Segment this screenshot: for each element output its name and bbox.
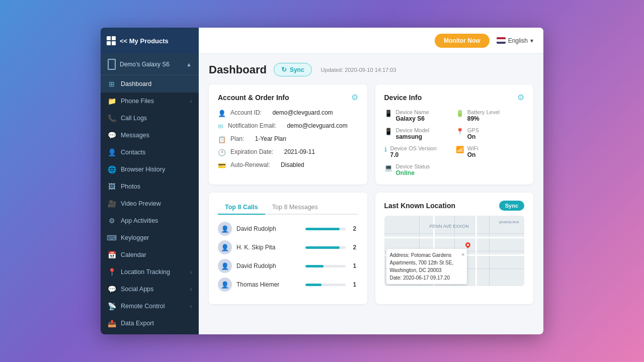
- map-road-v2: [475, 216, 477, 286]
- bar-wrap-1: [305, 246, 346, 249]
- contact-name-0: David Rudolph: [236, 225, 301, 232]
- os-content: Device OS Version 7.0: [390, 145, 437, 158]
- device-row-left: Demo's Galaxy S6: [108, 59, 170, 70]
- nav-icon-photos: 🖼: [108, 183, 116, 191]
- battery-value: 89%: [467, 115, 500, 122]
- sidebar-item-remote-control[interactable]: 📡 Remote Control ›: [101, 298, 199, 315]
- updated-text: Updated: 2020-09-10 14:17:03: [321, 67, 396, 73]
- contact-row-1: 👤 H. K. Skip Pita 2: [218, 240, 358, 254]
- nav-icon-contacts: 👤: [108, 148, 116, 156]
- map-label-ave: ylvania Ave: [499, 220, 519, 224]
- sidebar-item-messages[interactable]: 💬 Messages: [101, 127, 199, 144]
- tooltip-address-label: Address:: [390, 252, 410, 258]
- expiry-row: 🕐 Expiration Date: 2021-09-11: [218, 148, 358, 156]
- nav-label-dashboard: Dashboard: [121, 80, 192, 87]
- account-card-title: Account & Order Info: [218, 94, 289, 102]
- contact-name-2: David Rudolph: [236, 262, 301, 269]
- account-gear-icon[interactable]: ⚙: [351, 93, 358, 102]
- map-close-icon[interactable]: ×: [461, 250, 464, 259]
- sidebar-item-data-export[interactable]: 📤 Data Export: [101, 315, 199, 332]
- bar-fill-1: [305, 246, 340, 249]
- phone-device-icon: 📱: [384, 110, 392, 117]
- nav-icon-data-export: 📤: [108, 319, 116, 327]
- location-sync-button[interactable]: Sync: [499, 201, 524, 211]
- sidebar-item-phone-files[interactable]: 📁 Phone Files ›: [101, 93, 199, 110]
- battery-label: Battery Level: [467, 109, 500, 115]
- monitor-now-button[interactable]: Monitor Now: [435, 34, 490, 48]
- plan-value: 1-Year Plan: [255, 135, 286, 142]
- device-name-label: Device Name: [396, 109, 429, 115]
- gps-content: GPS On: [467, 127, 479, 140]
- notification-value: demo@clevguard.com: [287, 122, 347, 129]
- sidebar-item-call-logs[interactable]: 📞 Call Logs: [101, 110, 199, 127]
- sidebar-header[interactable]: << My Products: [101, 28, 199, 54]
- sidebar-item-social-apps[interactable]: 💬 Social Apps ›: [101, 281, 199, 298]
- nav-icon-phone-files: 📁: [108, 97, 116, 105]
- nav-icon-keylogger: ⌨: [108, 234, 116, 242]
- nav-icon-call-logs: 📞: [108, 114, 116, 122]
- map-tooltip: × Address: Potomac Gardens Apartments, 7…: [386, 249, 467, 284]
- auto-renewal-label: Auto-Renewal:: [230, 161, 270, 168]
- main-content: Monitor Now English ▾ Dashboard ↻ Sync U…: [199, 28, 543, 334]
- nav-label-video-preview: Video Preview: [121, 200, 192, 207]
- device-model-content: Device Model samsung: [396, 127, 430, 140]
- sidebar-item-contacts[interactable]: 👤 Contacts: [101, 144, 199, 161]
- tab-top-calls[interactable]: Top 8 Calls: [218, 201, 265, 215]
- sidebar-item-app-activities[interactable]: ⚙ App Activities: [101, 212, 199, 229]
- plan-label: Plan:: [230, 135, 244, 142]
- nav-icon-social-apps: 💬: [108, 285, 116, 293]
- status-item: 💻 Device Status Online: [384, 163, 453, 176]
- plan-icon: 📋: [218, 136, 226, 143]
- sidebar-item-video-preview[interactable]: 🎥 Video Preview: [101, 195, 199, 212]
- os-icon: ℹ: [384, 146, 387, 153]
- page-title: Dashboard: [209, 63, 267, 76]
- os-label: Device OS Version: [390, 145, 437, 151]
- bar-fill-0: [305, 228, 340, 230]
- clock-icon: 🕐: [218, 149, 226, 156]
- gps-item: 📍 GPS On: [456, 127, 524, 140]
- device-gear-icon[interactable]: ⚙: [517, 93, 524, 102]
- status-value: Online: [396, 169, 430, 176]
- sidebar-item-browser-history[interactable]: 🌐 Browser History: [101, 161, 199, 178]
- content-area: Dashboard ↻ Sync Updated: 2020-09-10 14:…: [199, 54, 543, 334]
- nav-icon-app-activities: ⚙: [108, 217, 116, 225]
- gps-label: GPS: [467, 127, 479, 133]
- sidebar-item-calendar[interactable]: 📅 Calendar: [101, 246, 199, 263]
- bar-wrap-2: [305, 265, 346, 267]
- count-0: 2: [353, 225, 358, 232]
- contact-name-3: Thomas Hiemer: [236, 281, 301, 288]
- battery-content: Battery Level 89%: [467, 109, 500, 122]
- language-selector[interactable]: English ▾: [497, 37, 533, 44]
- chevron-up-icon: ▲: [186, 61, 192, 67]
- gps-icon: 📍: [456, 128, 464, 135]
- sidebar-item-dashboard[interactable]: ⊞ Dashboard: [101, 75, 199, 93]
- chevron-down-icon: ▾: [530, 37, 533, 44]
- sync-icon: ↻: [281, 66, 287, 73]
- nav-label-social-apps: Social Apps: [121, 286, 185, 293]
- nav-list: ⊞ Dashboard 📁 Phone Files › 📞 Call Logs …: [101, 75, 199, 332]
- tab-top-messages[interactable]: Top 8 Messages: [265, 201, 325, 215]
- status-icon: 💻: [384, 164, 392, 171]
- sidebar-item-keylogger[interactable]: ⌨ Keylogger: [101, 229, 199, 246]
- device-model-value: samsung: [396, 133, 430, 140]
- tooltip-date-value: 2020-06-17 09.17.20: [403, 275, 450, 281]
- nav-label-contacts: Contacts: [121, 149, 192, 156]
- nav-label-photos: Photos: [121, 183, 192, 190]
- device-info-grid: 📱 Device Name Galaxy S6 🔋 Battery Level …: [384, 109, 525, 176]
- sidebar-item-photos[interactable]: 🖼 Photos: [101, 178, 199, 195]
- nav-chevron-social-apps: ›: [190, 287, 192, 292]
- nav-label-data-export: Data Export: [121, 320, 192, 327]
- nav-chevron-phone-files: ›: [190, 99, 192, 104]
- os-value: 7.0: [390, 151, 437, 158]
- account-id-value: demo@clevguard.com: [272, 109, 333, 116]
- wifi-value: On: [467, 151, 478, 158]
- sidebar-item-location-tracking[interactable]: 📍 Location Tracking ›: [101, 263, 199, 281]
- device-card-title: Device Info: [384, 94, 422, 102]
- renewal-icon: 💳: [218, 162, 226, 169]
- account-id-row: 👤 Account ID: demo@clevguard.com: [218, 109, 358, 117]
- bar-wrap-3: [305, 284, 346, 286]
- sync-button[interactable]: ↻ Sync: [274, 63, 312, 76]
- cards-row-top: Account & Order Info ⚙ 👤 Account ID: dem…: [209, 84, 533, 185]
- device-row[interactable]: Demo's Galaxy S6 ▲: [101, 54, 199, 75]
- nav-chevron-remote-control: ›: [190, 304, 192, 309]
